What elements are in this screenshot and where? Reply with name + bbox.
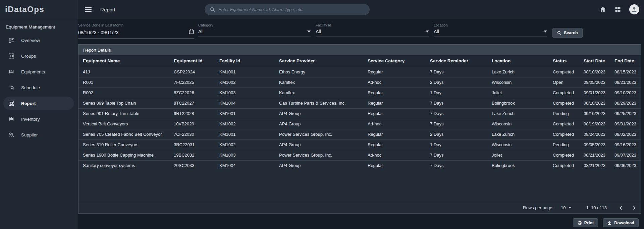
table-cell: 08/18/2023: [584, 98, 614, 108]
table-cell: 7 Days: [430, 108, 492, 119]
table-cell: 09/01/2023: [614, 119, 641, 129]
search-input[interactable]: [218, 7, 364, 12]
sidebar-item-groups[interactable]: Groups: [3, 49, 74, 63]
table-row[interactable]: Sanitary conveyor systems20SC2033KM1004A…: [78, 160, 641, 171]
filter-category[interactable]: Category All: [198, 23, 311, 37]
table-cell: Kamflex: [279, 77, 368, 88]
next-page-button[interactable]: [632, 205, 637, 211]
sidebar-item-label: Supplier: [21, 132, 38, 137]
table-cell: 09/07/2023: [614, 150, 641, 160]
table-cell: Series 901 Rotary Turn Table: [78, 108, 174, 119]
table-cell: Pending: [553, 108, 584, 119]
table-cell: 08/15/2023: [614, 67, 641, 77]
search-icon: [210, 7, 215, 12]
column-header: Facility Id: [219, 55, 279, 67]
column-header: Service Reminder: [430, 55, 492, 67]
supplier-icon: [8, 132, 14, 138]
table-cell: 7 Days: [430, 67, 492, 77]
table-cell: KM1002: [219, 119, 279, 129]
table-cell: KM1002: [219, 77, 279, 88]
table-cell: Sanitary conveyor systems: [78, 160, 174, 171]
report-icon: [8, 100, 14, 106]
user-avatar[interactable]: [629, 4, 639, 14]
table-cell: 9RT22028: [174, 108, 219, 119]
table-row[interactable]: R0028ZC22026KM1003KamflexRegular1 DayJol…: [78, 88, 641, 98]
table-cell: CSP22024: [174, 67, 219, 77]
table-cell: 08/21/2023: [584, 160, 614, 171]
table-cell: 20SC2033: [174, 160, 219, 171]
sidebar-item-report[interactable]: Report: [3, 97, 74, 110]
column-header: Service Provider: [279, 55, 368, 67]
table-cell: Completed: [553, 119, 584, 129]
sidebar: iDataOps Equipment Management Overview G…: [0, 0, 77, 229]
search-button-label: Search: [564, 31, 578, 35]
filter-label: Category: [198, 23, 311, 27]
table-cell: 09/06/2023: [614, 160, 641, 171]
filter-location[interactable]: Location All: [434, 23, 547, 37]
print-button-label: Print: [584, 221, 594, 225]
table-cell: Completed: [553, 67, 584, 77]
table-cell: Series 310 Roller Conveyors: [78, 139, 174, 150]
apps-grid-icon[interactable]: [614, 6, 621, 13]
table-cell: Open: [553, 77, 584, 88]
content: Service Done in Last Month 08/10/23 - 09…: [77, 19, 644, 229]
table-cell: 08/29/2023: [614, 98, 641, 108]
sidebar-item-supplier[interactable]: Supplier: [3, 128, 74, 141]
pagination-range: 1–10 of 13: [586, 205, 607, 210]
table-cell: Completed: [553, 98, 584, 108]
download-button[interactable]: Download: [603, 218, 639, 227]
sidebar-item-overview[interactable]: Overview: [3, 34, 74, 47]
search-button[interactable]: Search: [552, 28, 583, 38]
search-icon: [557, 31, 561, 35]
table-row[interactable]: Vertical Belt Conveyors10VB2029KM1002AP4…: [78, 119, 641, 129]
calendar-icon[interactable]: [189, 29, 194, 36]
table-cell: 7 Days: [430, 150, 492, 160]
print-button[interactable]: Print: [573, 218, 598, 227]
rows-per-page-select[interactable]: 10: [561, 205, 571, 210]
filter-facility-id[interactable]: Facility Id All: [316, 23, 429, 37]
table-cell: 2 Days: [430, 129, 492, 139]
table-cell: R002: [78, 88, 174, 98]
filter-bar: Service Done in Last Month 08/10/23 - 09…: [78, 23, 641, 39]
table-cell: Lake Zurich: [492, 67, 553, 77]
global-search: [205, 4, 370, 15]
table-cell: 10VB2029: [174, 119, 219, 129]
table-row[interactable]: 41JCSP22024KM1001Ethos EnergyRegular7 Da…: [78, 67, 641, 77]
table-cell: Regular: [368, 160, 430, 171]
table-cell: Power Services Group, Inc.: [279, 150, 368, 160]
table-row[interactable]: R0017FC22025KM1002KamflexAd-hoc2 DaysWis…: [78, 77, 641, 88]
table-row[interactable]: Series 901 Rotary Turn Table9RT22028KM10…: [78, 108, 641, 119]
download-icon: [607, 221, 612, 225]
table-row[interactable]: Series 1900 Bottle Capping Machine19BC20…: [78, 150, 641, 160]
column-header: Start Date: [584, 55, 614, 67]
home-icon[interactable]: [599, 6, 606, 13]
table-cell: KM1001: [219, 67, 279, 77]
previous-page-button[interactable]: [618, 205, 624, 211]
topbar-icons: [599, 4, 639, 14]
table-cell: Wisconsin: [492, 77, 553, 88]
table-cell: Joliet: [492, 88, 553, 98]
table-row[interactable]: Series 899 Table Top Chain8TC22027KM1004…: [78, 98, 641, 108]
menu-icon[interactable]: [85, 7, 92, 12]
sidebar-item-label: Inventory: [21, 117, 40, 122]
sidebar-item-label: Overview: [21, 38, 40, 43]
table-cell: AP4 Group: [279, 160, 368, 171]
table-cell: KM1004: [219, 160, 279, 171]
table-row[interactable]: Series 705 Cleated Fabric Belt Conveyor7…: [78, 129, 641, 139]
schedule-icon: [8, 84, 14, 91]
table-cell: 09/21/2023: [614, 77, 641, 88]
table-cell: 8ZC22026: [174, 88, 219, 98]
table-cell: Gas Turbine Parts & Services, Inc.: [279, 98, 368, 108]
sidebar-item-inventory[interactable]: Inventory: [3, 112, 74, 126]
table-cell: 8TC22027: [174, 98, 219, 108]
table-cell: 08/24/2023: [584, 129, 614, 139]
table-cell: 09/02/2023: [614, 129, 641, 139]
table-cell: Completed: [553, 129, 584, 139]
table-row[interactable]: Series 310 Roller Conveyors3RC22031KM100…: [78, 139, 641, 150]
chevron-left-icon: [618, 205, 624, 211]
table-cell: 7 Days: [430, 160, 492, 171]
table-cell: AP4 Group: [279, 119, 368, 129]
sidebar-item-equipments[interactable]: Equipments: [3, 65, 74, 78]
filter-date-range[interactable]: Service Done in Last Month 08/10/23 - 09…: [78, 23, 194, 39]
sidebar-item-schedule[interactable]: Schedule: [3, 81, 74, 94]
